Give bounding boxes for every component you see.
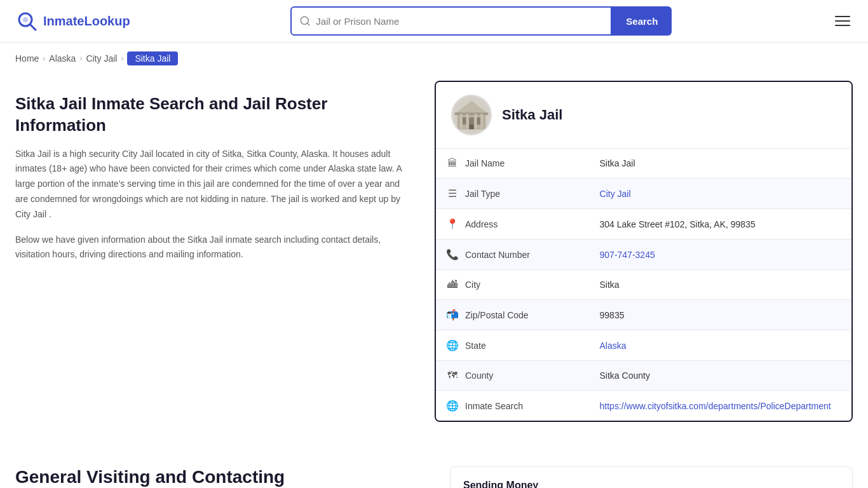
table-value-cell: 99835 <box>590 300 851 330</box>
table-label-cell: 🌐State <box>446 339 580 351</box>
breadcrumb-sep-3: › <box>121 54 123 63</box>
svg-point-2 <box>23 17 28 22</box>
logo-area[interactable]: InmateLookup <box>15 10 130 32</box>
jail-icon: 🏛 <box>446 158 459 169</box>
hamburger-line-1 <box>835 16 850 17</box>
table-value-cell[interactable]: Alaska <box>590 330 851 361</box>
info-table: 🏛Jail NameSitka Jail☰Jail TypeCity Jail📍… <box>436 149 851 421</box>
breadcrumb: Home › Alaska › City Jail › Sitka Jail <box>0 43 868 74</box>
breadcrumb-sep-2: › <box>79 54 82 63</box>
table-row: 🗺CountySitka County <box>436 361 851 391</box>
table-row: ☰Jail TypeCity Jail <box>436 179 851 209</box>
sending-money-title: Sending Money <box>463 480 839 488</box>
breadcrumb-home[interactable]: Home <box>15 53 39 64</box>
table-label-text: City <box>465 280 480 290</box>
breadcrumb-city-jail[interactable]: City Jail <box>86 53 117 64</box>
courthouse-image <box>452 96 491 134</box>
table-value-cell: 304 Lake Street #102, Sitka, AK, 99835 <box>590 209 851 240</box>
table-label-text: Address <box>465 219 498 229</box>
table-row: 🌐StateAlaska <box>436 330 851 361</box>
city-icon: 🏙 <box>446 279 459 290</box>
breadcrumb-alaska[interactable]: Alaska <box>49 53 76 64</box>
svg-line-1 <box>30 24 36 30</box>
search-input[interactable] <box>311 16 603 27</box>
right-column: Sitka Jail 🏛Jail NameSitka Jail☰Jail Typ… <box>435 74 853 422</box>
table-value-link[interactable]: City Jail <box>600 189 631 199</box>
search-area: Search <box>290 6 672 36</box>
search-input-wrapper <box>290 6 612 36</box>
breadcrumb-sep-1: › <box>43 54 45 63</box>
search-icon <box>299 15 311 27</box>
table-label-cell: 📞Contact Number <box>446 248 580 261</box>
table-label-text: County <box>465 370 493 381</box>
table-label-cell: ☰Jail Type <box>446 187 580 200</box>
sending-money-card: Sending Money <box>450 466 853 488</box>
info-card-header: Sitka Jail <box>436 82 851 149</box>
county-icon: 🗺 <box>446 370 459 381</box>
table-value-link[interactable]: Alaska <box>600 341 627 351</box>
main-content: Sitka Jail Inmate Search and Jail Roster… <box>0 74 868 447</box>
jail-card-title: Sitka Jail <box>502 107 562 123</box>
table-label-cell: 📬Zip/Postal Code <box>446 309 580 321</box>
table-label-cell: 🏛Jail Name <box>446 158 580 169</box>
table-value-cell[interactable]: 907-747-3245 <box>590 240 851 270</box>
table-row: 📍Address304 Lake Street #102, Sitka, AK,… <box>436 209 851 240</box>
table-label-text: Zip/Postal Code <box>465 310 529 320</box>
bottom-section: General Visiting and Contacting Sending … <box>0 447 868 488</box>
hamburger-line-3 <box>835 25 850 26</box>
table-value-link[interactable]: 907-747-3245 <box>600 250 655 260</box>
bottom-right: Sending Money <box>450 466 853 488</box>
table-value-cell: Sitka <box>590 270 851 300</box>
zip-icon: 📬 <box>446 309 459 321</box>
table-value-cell[interactable]: https://www.cityofsitka.com/departments/… <box>590 391 851 421</box>
svg-rect-13 <box>460 114 463 128</box>
svg-rect-15 <box>475 114 477 128</box>
logo-text: InmateLookup <box>43 14 130 29</box>
table-row: 🏛Jail NameSitka Jail <box>436 149 851 179</box>
page-heading: Sitka Jail Inmate Search and Jail Roster… <box>15 93 409 137</box>
table-label-cell: 🌐Inmate Search <box>446 400 580 412</box>
hamburger-menu[interactable] <box>832 13 853 29</box>
hamburger-line-2 <box>835 20 850 22</box>
left-column: Sitka Jail Inmate Search and Jail Roster… <box>15 74 435 422</box>
svg-rect-16 <box>480 114 483 128</box>
table-value-link[interactable]: https://www.cityofsitka.com/departments/… <box>600 401 831 411</box>
info-card: Sitka Jail 🏛Jail NameSitka Jail☰Jail Typ… <box>435 81 853 422</box>
svg-rect-7 <box>462 118 467 125</box>
svg-rect-12 <box>469 125 474 130</box>
site-header: InmateLookup Search <box>0 0 868 43</box>
list-icon: ☰ <box>446 187 459 200</box>
page-desc-1: Sitka Jail is a high security City Jail … <box>15 147 409 222</box>
table-value-cell: Sitka Jail <box>590 149 851 179</box>
logo-icon <box>15 10 38 32</box>
svg-rect-8 <box>469 118 474 125</box>
search-button[interactable]: Search <box>612 6 672 36</box>
inmate-search-icon: 🌐 <box>446 400 459 412</box>
breadcrumb-current: Sitka Jail <box>127 51 178 65</box>
page-desc-2: Below we have given information about th… <box>15 233 409 263</box>
svg-rect-14 <box>466 114 469 128</box>
table-value-cell[interactable]: City Jail <box>590 179 851 209</box>
bottom-left: General Visiting and Contacting <box>15 466 435 488</box>
table-row: 🏙CitySitka <box>436 270 851 300</box>
table-row: 🌐Inmate Searchhttps://www.cityofsitka.co… <box>436 391 851 421</box>
table-label-cell: 🗺County <box>446 370 580 381</box>
phone-icon: 📞 <box>446 248 459 261</box>
bottom-heading: General Visiting and Contacting <box>15 466 409 488</box>
table-label-text: Inmate Search <box>465 401 523 411</box>
table-label-text: Contact Number <box>465 250 530 260</box>
table-label-cell: 📍Address <box>446 218 580 230</box>
table-row: 📞Contact Number907-747-3245 <box>436 240 851 270</box>
jail-avatar <box>451 95 492 135</box>
table-label-text: State <box>465 341 486 351</box>
svg-rect-11 <box>455 112 489 115</box>
table-label-text: Jail Type <box>465 189 500 199</box>
svg-line-4 <box>308 23 309 25</box>
svg-rect-9 <box>477 118 482 125</box>
table-row: 📬Zip/Postal Code99835 <box>436 300 851 330</box>
table-value-cell: Sitka County <box>590 361 851 391</box>
location-icon: 📍 <box>446 218 459 230</box>
state-icon: 🌐 <box>446 339 459 351</box>
table-label-cell: 🏙City <box>446 279 580 290</box>
table-label-text: Jail Name <box>465 158 505 168</box>
